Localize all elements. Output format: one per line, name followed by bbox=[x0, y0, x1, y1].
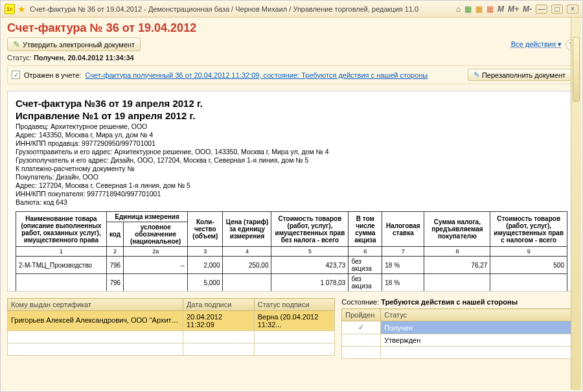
status-table[interactable]: Пройден Статус ✓ Получен Утвержден bbox=[341, 308, 576, 359]
window-title: Счет-фактура № 36 от 19.04.2012 - Демонс… bbox=[30, 5, 456, 13]
reflect-checkbox[interactable]: ✓ bbox=[12, 71, 20, 79]
star-icon[interactable]: ★ bbox=[17, 4, 26, 14]
all-actions-link[interactable]: Все действия ▾ bbox=[511, 40, 562, 49]
app-icon: 1c bbox=[5, 4, 15, 14]
cert-table[interactable]: Кому выдан сертификат Дата подписи Стату… bbox=[7, 298, 335, 356]
reflect-link[interactable]: Счет-фактура полученный 36 от 20.04.2012… bbox=[85, 71, 428, 79]
calc-mplus[interactable]: M+ bbox=[508, 5, 519, 14]
status-value: Получен, 20.04.2012 11:34:34 bbox=[34, 54, 134, 62]
doc-h2: Исправление №1 от 19 апреля 2012 г. bbox=[16, 110, 567, 121]
tb-icon-home[interactable]: ⌂ bbox=[456, 5, 461, 14]
doc-line: Покупатель: Дизайн, ООО bbox=[16, 173, 567, 181]
chevron-down-icon: ▾ bbox=[558, 40, 562, 48]
doc-line: Грузоотправитель и его адрес: Архитектур… bbox=[16, 148, 567, 156]
table-row[interactable]: Утвержден bbox=[342, 334, 576, 347]
doc-line: Адрес: 143350, Москва г, Мира ул, дом № … bbox=[16, 131, 567, 139]
table-row bbox=[342, 347, 576, 359]
doc-h1: Счет-фактура №36 от 19 апреля 2012 г. bbox=[16, 98, 567, 109]
table-row[interactable]: Григорьев Алексей Александрович, ООО "Ар… bbox=[8, 311, 335, 331]
tb-icon-c[interactable]: ▦ bbox=[486, 5, 494, 14]
table-row: 796 5,000 1 078,03 без акциза 18 % bbox=[16, 274, 567, 292]
invoice-table: Наименование товара (описание выполненны… bbox=[16, 211, 567, 292]
refill-label: Перезаполнить документ bbox=[482, 71, 566, 79]
refill-icon: ✎ bbox=[474, 71, 479, 79]
tb-icon-a[interactable]: ▦ bbox=[464, 5, 472, 14]
min-button[interactable]: — bbox=[536, 5, 547, 14]
refill-button[interactable]: ✎ Перезаполнить документ bbox=[468, 69, 571, 81]
tb-icon-b[interactable]: ▦ bbox=[475, 5, 483, 14]
approve-icon: ✎ bbox=[13, 40, 20, 49]
max-button[interactable]: □ bbox=[551, 5, 563, 14]
table-row: 2-М-ТМЦ_Производство 796 -- 2,000 250,00… bbox=[16, 257, 567, 274]
doc-line: Адрес: 127204, Москва г, Северная 1-я ли… bbox=[16, 181, 567, 189]
scrollbar-thumb[interactable] bbox=[573, 37, 580, 102]
doc-line: Валюта: код 643 bbox=[16, 198, 567, 206]
doc-line: К платежно-расчетному документу № bbox=[16, 165, 567, 172]
calc-mminus[interactable]: M- bbox=[523, 5, 532, 14]
table-row bbox=[8, 331, 335, 343]
table-row[interactable]: ✓ Получен bbox=[342, 321, 576, 334]
status-label: Статус: bbox=[7, 54, 32, 62]
scrollbar[interactable] bbox=[571, 17, 581, 390]
page-title: Счет-фактура № 36 от 19.04.2012 bbox=[7, 21, 576, 35]
doc-line: Грузополучатель и его адрес: Дизайн, ООО… bbox=[16, 156, 567, 164]
close-button[interactable]: × bbox=[567, 5, 578, 14]
calc-m[interactable]: M bbox=[497, 5, 504, 14]
approve-button[interactable]: ✎ Утвердить электронный документ bbox=[7, 38, 141, 51]
doc-line: Продавец: Архитектурное решение, ООО bbox=[16, 122, 567, 130]
doc-line: ИНН/КПП покупателя: 9977718940/997701001 bbox=[16, 190, 567, 198]
doc-line: ИНН/КПП продавца: 9977290950/997701001 bbox=[16, 139, 567, 147]
state-label: Состояние: bbox=[341, 298, 379, 306]
reflect-label: Отражен в учете: bbox=[24, 71, 81, 79]
document-preview: Счет-фактура №36 от 19 апреля 2012 г. Ис… bbox=[7, 91, 576, 292]
table-row bbox=[8, 343, 335, 356]
state-value: Требуются действия с нашей стороны bbox=[381, 298, 518, 306]
approve-label: Утвердить электронный документ bbox=[23, 41, 135, 49]
